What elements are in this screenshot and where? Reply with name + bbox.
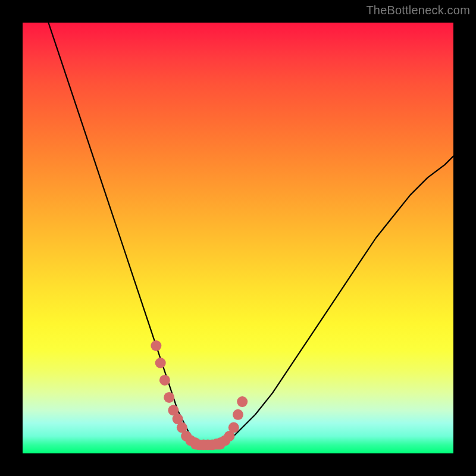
marker-dot [151, 340, 161, 351]
marker-dot [198, 440, 209, 450]
marker-dot [168, 405, 178, 416]
marker-dot [215, 437, 226, 448]
watermark-text: TheBottleneck.com [366, 4, 470, 17]
marker-dot [202, 440, 213, 450]
marker-dot [173, 414, 183, 424]
marker-dot [228, 422, 239, 433]
marker-dot [155, 358, 166, 368]
marker-dot [164, 392, 174, 403]
marker-dot [233, 409, 243, 420]
marker-dot [207, 440, 218, 450]
marker-dot [159, 375, 170, 386]
chart-canvas: TheBottleneck.com [0, 0, 476, 476]
marker-dot [181, 431, 192, 441]
marker-dot [237, 396, 248, 407]
valley-bar [190, 440, 225, 450]
highlight-markers [151, 340, 248, 450]
plot-area [23, 23, 453, 453]
marker-dot [211, 439, 222, 449]
bottleneck-curve [48, 23, 453, 445]
marker-dot [177, 422, 187, 433]
marker-dot [190, 437, 201, 448]
marker-dot [185, 435, 196, 446]
marker-dot [220, 435, 230, 446]
curve-svg [23, 23, 453, 453]
marker-dot [224, 431, 235, 441]
marker-dot [194, 440, 205, 450]
